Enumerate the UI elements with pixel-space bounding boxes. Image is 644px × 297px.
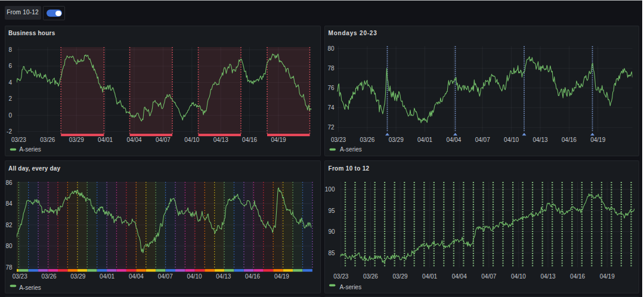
svg-text:04/16: 04/16 bbox=[561, 136, 576, 143]
svg-text:82: 82 bbox=[5, 222, 13, 228]
svg-text:04/04: 04/04 bbox=[451, 273, 466, 280]
svg-text:03/26: 03/26 bbox=[40, 136, 55, 143]
svg-text:76: 76 bbox=[327, 85, 335, 91]
svg-text:03/23: 03/23 bbox=[13, 273, 27, 280]
svg-text:04/19: 04/19 bbox=[590, 136, 605, 143]
svg-text:04/10: 04/10 bbox=[504, 136, 519, 143]
svg-text:04/19: 04/19 bbox=[274, 273, 289, 280]
svg-text:2: 2 bbox=[8, 95, 12, 102]
svg-text:03/29: 03/29 bbox=[69, 136, 84, 143]
svg-text:04/07: 04/07 bbox=[475, 136, 490, 143]
svg-text:8: 8 bbox=[8, 47, 12, 53]
svg-text:04/07: 04/07 bbox=[158, 273, 173, 280]
svg-text:03/26: 03/26 bbox=[363, 273, 377, 280]
svg-text:04/01: 04/01 bbox=[422, 273, 437, 280]
svg-text:04/16: 04/16 bbox=[245, 273, 260, 280]
svg-text:A-series: A-series bbox=[19, 146, 41, 152]
svg-text:100: 100 bbox=[324, 186, 335, 193]
svg-text:86: 86 bbox=[5, 180, 13, 186]
svg-text:04/10: 04/10 bbox=[510, 273, 525, 280]
svg-text:03/29: 03/29 bbox=[388, 136, 403, 143]
svg-text:0: 0 bbox=[8, 112, 12, 118]
svg-text:72: 72 bbox=[327, 124, 335, 131]
svg-text:03/23: 03/23 bbox=[333, 273, 348, 280]
svg-text:A-series: A-series bbox=[340, 146, 362, 152]
svg-text:04/19: 04/19 bbox=[271, 136, 286, 143]
svg-text:78: 78 bbox=[327, 64, 335, 71]
svg-text:04/13: 04/13 bbox=[532, 136, 547, 143]
svg-text:04/04: 04/04 bbox=[126, 136, 141, 143]
svg-text:A-series: A-series bbox=[339, 284, 361, 290]
svg-text:04/01: 04/01 bbox=[98, 136, 113, 143]
svg-text:04/01: 04/01 bbox=[100, 273, 114, 280]
svg-text:04/16: 04/16 bbox=[570, 273, 585, 280]
svg-text:6: 6 bbox=[8, 63, 12, 69]
svg-text:74: 74 bbox=[327, 104, 335, 111]
svg-text:04/04: 04/04 bbox=[129, 273, 144, 280]
svg-text:84: 84 bbox=[5, 200, 13, 207]
svg-text:85: 85 bbox=[328, 250, 335, 256]
svg-text:A-series: A-series bbox=[19, 284, 41, 291]
svg-text:04/07: 04/07 bbox=[156, 136, 171, 143]
svg-text:04/07: 04/07 bbox=[481, 273, 496, 280]
svg-text:03/23: 03/23 bbox=[11, 136, 26, 143]
svg-text:From 10 to 12: From 10 to 12 bbox=[328, 165, 369, 172]
svg-text:Business hours: Business hours bbox=[8, 29, 55, 36]
svg-text:03/23: 03/23 bbox=[330, 136, 345, 143]
svg-text:04/10: 04/10 bbox=[184, 136, 199, 143]
svg-text:04/16: 04/16 bbox=[242, 136, 257, 143]
svg-text:-2: -2 bbox=[7, 128, 12, 135]
svg-text:04/01: 04/01 bbox=[417, 136, 432, 143]
svg-text:4: 4 bbox=[8, 79, 12, 85]
svg-text:80: 80 bbox=[5, 243, 13, 249]
svg-text:80: 80 bbox=[327, 45, 335, 51]
svg-text:03/29: 03/29 bbox=[70, 273, 85, 280]
svg-text:03/29: 03/29 bbox=[392, 273, 407, 280]
svg-text:90: 90 bbox=[328, 228, 335, 235]
svg-text:04/13: 04/13 bbox=[540, 273, 555, 280]
svg-text:04/19: 04/19 bbox=[599, 273, 614, 280]
svg-text:Mondays 20-23: Mondays 20-23 bbox=[328, 29, 377, 36]
svg-text:04/13: 04/13 bbox=[216, 273, 231, 280]
svg-text:03/26: 03/26 bbox=[41, 273, 56, 280]
svg-text:78: 78 bbox=[5, 264, 13, 271]
svg-text:04/10: 04/10 bbox=[187, 273, 202, 280]
svg-text:04/13: 04/13 bbox=[213, 136, 228, 143]
svg-text:03/26: 03/26 bbox=[360, 136, 374, 143]
svg-text:All day, every day: All day, every day bbox=[8, 165, 61, 172]
svg-text:04/04: 04/04 bbox=[446, 136, 461, 143]
svg-text:95: 95 bbox=[328, 208, 335, 214]
